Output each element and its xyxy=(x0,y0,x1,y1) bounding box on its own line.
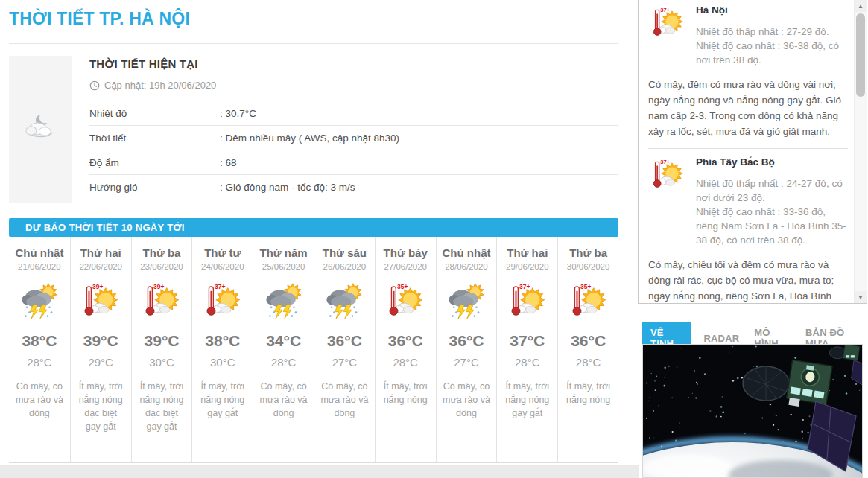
scroll-up-arrow-icon[interactable]: ▲ xyxy=(855,0,867,12)
svg-text:35+: 35+ xyxy=(397,283,408,290)
day-description: Ít mây, trời nắng nóng gay gắt xyxy=(497,380,557,420)
temp-high: 36°C xyxy=(437,332,497,350)
region-divider xyxy=(648,148,848,149)
region-forecast: 37+ Hà Nội Nhiệt độ thấp nhất : 27-29 độ… xyxy=(648,1,848,139)
day-date: 21/06/2020 xyxy=(9,262,70,271)
temp-low: 28°C xyxy=(253,356,314,369)
update-time-row: Cập nhật: 19h 20/06/2020 xyxy=(89,80,618,91)
hot-sun-thermometer-icon: 37+ xyxy=(650,158,685,194)
update-time-label: Cập nhật: 19h 20/06/2020 xyxy=(104,80,216,91)
region-forecast: 37+ Phía Tây Bắc Bộ Nhiệt độ thấp nhất :… xyxy=(648,153,848,303)
temp-low: 28°C xyxy=(376,356,436,369)
forecast-day-column: Thứ hai 29/06/2020 37+ 37°C 28°C Ít mây,… xyxy=(496,237,557,462)
day-name: Thứ sáu xyxy=(314,246,375,259)
day-date: 30/06/2020 xyxy=(558,262,618,271)
forecast-day-column: Chủ nhật 21/06/2020 38°C 28°C Có mây, có… xyxy=(9,237,70,462)
temp-low: 28°C xyxy=(497,356,557,369)
regional-forecast-panel: 37+ Hà Nội Nhiệt độ thấp nhất : 27-29 độ… xyxy=(638,0,867,304)
hot-icon: 39+ xyxy=(142,282,182,322)
current-weather-row: Nhiệt độ : 30.7°C xyxy=(89,101,618,125)
night-cloud-icon xyxy=(20,107,62,152)
region-temp-line: Nhiệt độ cao nhất : 36-38 độ, có nơi trê… xyxy=(696,39,848,67)
temp-high: 34°C xyxy=(253,332,314,350)
day-description: Ít mây, trời nắng nóng xyxy=(376,380,436,407)
forecast-day-column: Chủ nhật 28/06/2020 36°C 27°C Có mây, có… xyxy=(436,237,497,462)
row-label: Hướng gió xyxy=(89,182,220,193)
temp-high: 36°C xyxy=(558,332,618,350)
temp-high: 38°C xyxy=(9,332,70,350)
forecast-day-column: Thứ sáu 26/06/2020 36°C 27°C Có mây, có … xyxy=(314,237,375,462)
day-name: Thứ hai xyxy=(71,246,131,259)
day-date: 24/06/2020 xyxy=(192,262,253,271)
row-value: : Gió đông nam - tốc độ: 3 m/s xyxy=(220,182,618,193)
storm-icon xyxy=(324,282,364,322)
hot-icon: 37+ xyxy=(507,282,548,322)
region-temp-line: Nhiệt độ thấp nhất : 27-29 độ. xyxy=(696,25,848,39)
temp-low: 27°C xyxy=(314,356,375,369)
svg-text:39+: 39+ xyxy=(92,283,103,290)
forecast-day-column: Thứ ba 30/06/2020 35+ 36°C 28°C Ít mây, … xyxy=(557,237,618,462)
region-temp-lines: Nhiệt độ thấp nhất : 24-27 độ, có nơi dư… xyxy=(696,176,848,247)
hot-sun-thermometer-icon: 37+ xyxy=(650,6,685,42)
row-label: Thời tiết xyxy=(89,133,220,144)
scroll-down-arrow-icon[interactable]: ▼ xyxy=(855,291,867,303)
current-weather-row: Hướng gió : Gió đông nam - tốc độ: 3 m/s xyxy=(89,174,618,199)
panel-scrollbar[interactable]: ▲ ▼ xyxy=(854,0,867,303)
svg-text:39+: 39+ xyxy=(153,283,164,290)
temp-low: 30°C xyxy=(192,356,253,369)
storm-icon xyxy=(19,282,60,322)
row-label: Độ ẩm xyxy=(89,157,220,168)
day-description: Có mây, có mưa rào và dông xyxy=(253,380,314,420)
svg-text:37+: 37+ xyxy=(660,7,670,13)
row-value: : 30.7°C xyxy=(220,108,618,119)
hot-icon: 39+ xyxy=(80,282,121,322)
day-date: 26/06/2020 xyxy=(314,262,375,271)
storm-icon xyxy=(264,282,304,322)
current-weather-table: Nhiệt độ : 30.7°C Thời tiết : Đêm nhiều … xyxy=(89,101,618,199)
current-weather-icon-box xyxy=(9,56,72,203)
day-description: Có mây, có mưa rào và dông xyxy=(9,380,70,420)
scrollbar-thumb[interactable] xyxy=(856,13,865,97)
temp-low: 27°C xyxy=(437,356,497,369)
weather-page: THỜI TIẾT TP. HÀ NỘI THỜI TIẾT HIỆN TẠI … xyxy=(0,0,868,478)
day-name: Chủ nhật xyxy=(9,246,70,259)
satellite-image[interactable] xyxy=(642,344,863,478)
temp-high: 36°C xyxy=(376,332,436,350)
row-value: : 68 xyxy=(220,157,618,168)
current-section-title: THỜI TIẾT HIỆN TẠI xyxy=(89,57,618,70)
regional-forecast-content: 37+ Hà Nội Nhiệt độ thấp nhất : 27-29 độ… xyxy=(639,0,854,303)
day-description: Ít mây, trời nắng nóng gay gắt xyxy=(192,380,253,420)
day-date: 25/06/2020 xyxy=(253,262,314,271)
temp-high: 39°C xyxy=(71,332,131,350)
svg-text:37+: 37+ xyxy=(660,159,670,165)
region-name: Phía Tây Bắc Bộ xyxy=(696,156,848,168)
forecast-day-column: Thứ hai 22/06/2020 39+ 39°C 29°C Ít mây,… xyxy=(70,237,131,462)
forecast-day-column: Thứ tư 24/06/2020 37+ 38°C 30°C Ít mây, … xyxy=(191,237,253,462)
day-name: Thứ năm xyxy=(253,246,314,259)
temp-low: 29°C xyxy=(71,356,131,369)
day-description: Ít mây, trời nắng nóng đặc biệt gay gắt xyxy=(71,380,131,433)
temp-low: 30°C xyxy=(132,356,192,369)
storm-icon xyxy=(446,282,487,322)
region-summary: Có mây, chiều tối và đêm có mưa rào và d… xyxy=(648,257,848,303)
hot-icon: 35+ xyxy=(385,282,425,322)
day-date: 22/06/2020 xyxy=(71,262,131,271)
day-description: Có mây, có mưa rào và dông xyxy=(437,380,497,420)
temp-high: 37°C xyxy=(497,332,557,350)
region-temp-lines: Nhiệt độ thấp nhất : 27-29 độ.Nhiệt độ c… xyxy=(696,25,848,67)
temp-low: 28°C xyxy=(9,356,70,369)
satellite-earth-illustration xyxy=(643,345,862,477)
day-description: Ít mây, trời nắng nóng xyxy=(558,380,618,407)
forecast-day-column: Thứ bảy 27/06/2020 35+ 36°C 28°C Ít mây,… xyxy=(375,237,436,462)
page-bottom-strip xyxy=(0,465,639,478)
day-date: 28/06/2020 xyxy=(437,262,497,271)
hot-icon: 37+ xyxy=(203,282,243,322)
temp-high: 39°C xyxy=(132,332,192,350)
day-name: Thứ ba xyxy=(132,246,192,259)
row-value: : Đêm nhiều mây ( AWS, cập nhật 8h30) xyxy=(220,133,618,144)
day-name: Thứ ba xyxy=(558,246,618,259)
day-date: 23/06/2020 xyxy=(132,262,192,271)
forecast-grid: Chủ nhật 21/06/2020 38°C 28°C Có mây, có… xyxy=(9,237,618,463)
forecast-header-bar: DỰ BÁO THỜI TIẾT 10 NGÀY TỚI xyxy=(9,218,618,237)
row-label: Nhiệt độ xyxy=(89,108,220,119)
